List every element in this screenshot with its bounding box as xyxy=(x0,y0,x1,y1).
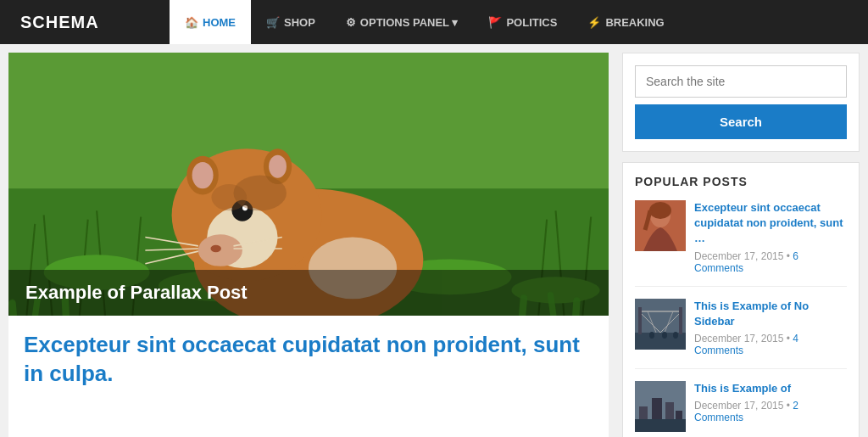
nav-item-shop[interactable]: 🛒 SHOP xyxy=(251,0,331,44)
main-nav: SCHEMA 🏠 HOME 🛒 SHOP ⚙ OPTIONS PANEL ▾ 🚩… xyxy=(0,0,868,44)
popular-post-info-3: This is Example of December 17, 2015 • 2… xyxy=(694,381,847,432)
site-logo: SCHEMA xyxy=(0,0,170,44)
nav-link-options[interactable]: ⚙ OPTIONS PANEL ▾ xyxy=(331,0,474,44)
post-title: Excepteur sint occaecat cupidatat non pr… xyxy=(24,331,593,389)
popular-post-date-2: December 17, 2015 xyxy=(694,333,783,345)
main-content: Example of Parallax Post Excepteur sint … xyxy=(8,53,609,437)
popular-post-info-1: Excepteur sint occaecat cupidatat non pr… xyxy=(694,200,847,274)
page-container: Example of Parallax Post Excepteur sint … xyxy=(0,44,868,437)
svg-rect-50 xyxy=(679,307,682,334)
popular-post-link-2[interactable]: This is Example of No Sidebar xyxy=(694,299,847,329)
hero-overlay: Example of Parallax Post xyxy=(8,270,609,316)
nav-item-politics[interactable]: 🚩 POLITICS xyxy=(473,0,572,44)
svg-point-26 xyxy=(211,184,247,210)
popular-post-info-2: This is Example of No Sidebar December 1… xyxy=(694,299,847,356)
search-input[interactable] xyxy=(635,65,847,98)
post-excerpt: Excepteur sint occaecat cupidatat non pr… xyxy=(8,316,609,397)
popular-posts-title: POPULAR POSTS xyxy=(635,175,847,188)
popular-post-link-3[interactable]: This is Example of xyxy=(694,381,847,396)
nav-link-home[interactable]: 🏠 HOME xyxy=(170,0,251,44)
breaking-icon: ⚡ xyxy=(587,16,601,29)
nav-label-breaking: BREAKING xyxy=(605,16,664,29)
popular-post-date-3: December 17, 2015 xyxy=(694,400,783,412)
home-icon: 🏠 xyxy=(185,16,198,29)
popular-post-meta-3: December 17, 2015 • 2 Comments xyxy=(694,400,847,423)
search-button[interactable]: Search xyxy=(635,104,847,139)
popular-post-meta-2: December 17, 2015 • 4 Comments xyxy=(694,333,847,356)
popular-post-item: This is Example of December 17, 2015 • 2… xyxy=(635,381,847,432)
nav-item-home[interactable]: 🏠 HOME xyxy=(170,0,251,44)
nav-link-politics[interactable]: 🚩 POLITICS xyxy=(473,0,572,44)
nav-item-options[interactable]: ⚙ OPTIONS PANEL ▾ xyxy=(331,0,474,44)
svg-point-18 xyxy=(210,245,220,252)
nav-label-home: HOME xyxy=(203,16,236,29)
nav-item-breaking[interactable]: ⚡ BREAKING xyxy=(572,0,679,44)
nav-label-options: OPTIONS PANEL ▾ xyxy=(360,16,459,29)
svg-rect-49 xyxy=(638,307,642,334)
popular-post-thumbnail-1 xyxy=(635,200,686,251)
popular-post-item: This is Example of No Sidebar December 1… xyxy=(635,299,847,369)
svg-point-52 xyxy=(662,332,667,339)
hero-title: Example of Parallax Post xyxy=(25,282,248,303)
popular-post-thumbnail-3 xyxy=(635,381,686,432)
nav-link-breaking[interactable]: ⚡ BREAKING xyxy=(572,0,679,44)
hero-section: Example of Parallax Post xyxy=(8,53,609,316)
shop-icon: 🛒 xyxy=(266,16,280,29)
svg-point-24 xyxy=(269,155,287,178)
svg-point-22 xyxy=(192,162,214,188)
svg-point-51 xyxy=(649,332,654,339)
search-widget: Search xyxy=(622,53,860,152)
svg-point-41 xyxy=(649,202,671,219)
popular-post-item: Excepteur sint occaecat cupidatat non pr… xyxy=(635,200,847,287)
sidebar: Search POPULAR POSTS xyxy=(622,53,860,437)
svg-point-53 xyxy=(673,332,678,339)
popular-post-meta-1: December 17, 2015 • 6 Comments xyxy=(694,250,847,274)
nav-label-politics: POLITICS xyxy=(506,16,557,29)
options-icon: ⚙ xyxy=(346,16,356,29)
nav-menu: 🏠 HOME 🛒 SHOP ⚙ OPTIONS PANEL ▾ 🚩 POLITI… xyxy=(170,0,680,44)
popular-post-thumbnail-2 xyxy=(635,299,686,350)
popular-post-date-1: December 17, 2015 xyxy=(694,250,783,262)
svg-rect-59 xyxy=(635,419,686,432)
popular-posts-widget: POPULAR POSTS Excepteur sint occaec xyxy=(622,162,860,437)
nav-label-shop: SHOP xyxy=(284,16,315,29)
popular-post-link-1[interactable]: Excepteur sint occaecat cupidatat non pr… xyxy=(694,200,847,247)
nav-link-shop[interactable]: 🛒 SHOP xyxy=(251,0,331,44)
politics-icon: 🚩 xyxy=(488,16,502,29)
